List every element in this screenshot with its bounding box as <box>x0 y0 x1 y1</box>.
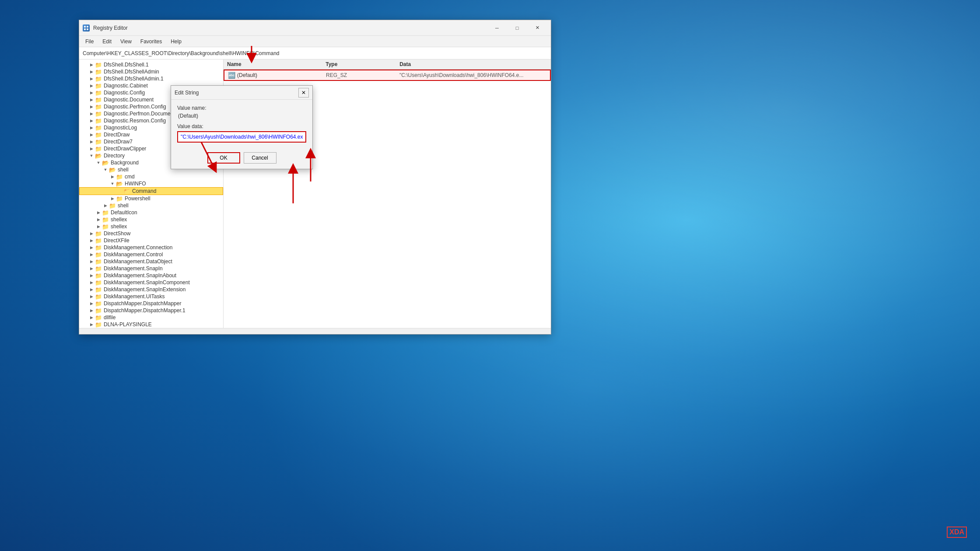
dialog-body: Value name: (Default) Value data: <box>171 100 312 148</box>
value-name-text: (Default) <box>177 113 306 119</box>
value-data-label: Value data: <box>177 123 306 129</box>
dialog-close-button[interactable]: ✕ <box>298 88 309 98</box>
dialog-buttons: OK Cancel <box>171 148 312 169</box>
value-data-input[interactable] <box>177 131 306 143</box>
dialog-title-bar: Edit String ✕ <box>171 86 312 100</box>
edit-string-dialog: Edit String ✕ Value name: (Default) Valu… <box>171 85 313 169</box>
ok-button[interactable]: OK <box>207 152 240 164</box>
value-name-label: Value name: <box>177 105 306 111</box>
dialog-overlay: Edit String ✕ Value name: (Default) Valu… <box>0 0 980 551</box>
cancel-button[interactable]: Cancel <box>244 152 276 164</box>
dialog-title: Edit String <box>175 90 199 96</box>
